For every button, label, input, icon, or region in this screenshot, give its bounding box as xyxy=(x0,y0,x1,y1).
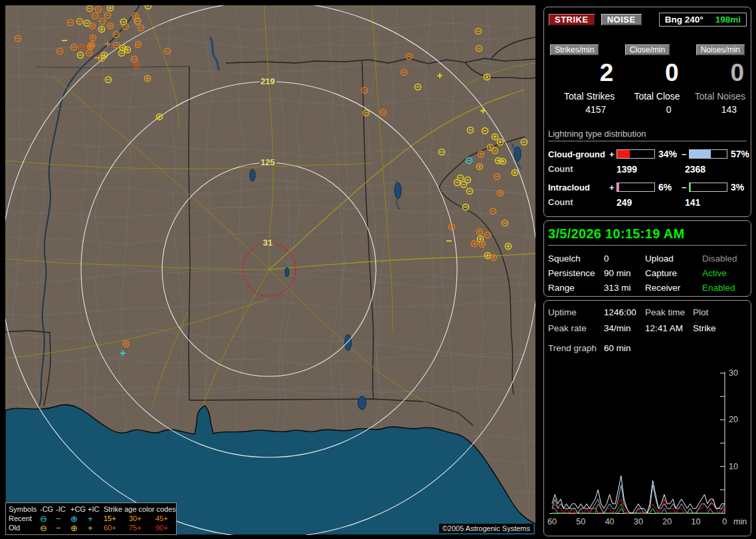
legend-age-header: Strike age color codes xyxy=(104,504,178,514)
noises-per-min-value: 0 xyxy=(730,60,745,85)
persistence-label: Persistence xyxy=(548,268,604,278)
upload-label: Upload xyxy=(645,254,702,264)
receiver-status: Enabled xyxy=(702,283,747,293)
cg-plus-old-icon: ⊕ xyxy=(70,524,88,532)
ring-label: 125 xyxy=(260,157,275,167)
stats-grid: Uptime 1246:00 Peak time Plot Peak rate … xyxy=(548,307,747,333)
close-per-min-value: 0 xyxy=(665,60,680,85)
ic-minus-pct: 3% xyxy=(727,182,747,193)
x-tick-label: 50 xyxy=(576,517,585,526)
noises-counter: Noises/min 0 Total Noises 143 xyxy=(680,44,745,115)
total-noises-label: Total Noises xyxy=(695,91,745,102)
rate-counters: Strikes/min 2 Total Strikes 4157 Close/m… xyxy=(548,44,747,115)
age-code-75: 75+ xyxy=(129,523,155,532)
peak-time-label: Peak time xyxy=(645,307,693,317)
ring-label: 31 xyxy=(263,238,272,248)
cloud-ground-row: Cloud-ground + 34% − 57% xyxy=(548,149,747,159)
uptime-label: Uptime xyxy=(548,307,604,317)
upload-status: Disabled xyxy=(702,254,747,264)
legend-header-cg-minus: -CG xyxy=(40,504,56,514)
x-tick-label: 20 xyxy=(662,517,672,526)
bearing-value: Bng 240° xyxy=(665,15,704,25)
noises-per-min-button[interactable]: Noises/min xyxy=(696,44,745,56)
ic-plus-pct: 6% xyxy=(655,182,682,193)
peak-rate-value: 34/min xyxy=(604,323,645,333)
strike-button[interactable]: STRIKE xyxy=(548,13,595,26)
total-strikes-value: 4157 xyxy=(585,104,614,115)
age-code-15: 15+ xyxy=(104,514,129,523)
ic-minus-bar xyxy=(689,183,727,192)
x-tick-label: 10 xyxy=(692,517,701,526)
ic-minus-count: 141 xyxy=(685,197,747,208)
x-axis-unit: min xyxy=(733,517,747,526)
x-tick-label: 60 xyxy=(547,517,557,526)
copyright: ©2005 Astrogenic Systems xyxy=(439,524,533,533)
ring-label: 313 xyxy=(260,5,275,6)
x-tick-label: 40 xyxy=(605,517,614,526)
total-strikes-label: Total Strikes xyxy=(564,91,614,102)
date-time: 3/5/2026 10:15:19 AM xyxy=(548,226,747,246)
strikes-per-min-button[interactable]: Strikes/min xyxy=(549,44,599,56)
cg-minus-bar xyxy=(689,149,727,159)
trend-series xyxy=(552,476,725,513)
trend-graph-label: Trend graph xyxy=(548,343,604,353)
side-panel: STRIKE NOISE Bng 240° 198mi Strikes/min … xyxy=(543,0,751,539)
age-code-30: 30+ xyxy=(129,514,155,523)
strike-stats-box: STRIKE NOISE Bng 240° 198mi Strikes/min … xyxy=(543,7,751,217)
strikes-counter: Strikes/min 2 Total Strikes 4157 xyxy=(549,44,614,115)
peak-rate-label: Peak rate xyxy=(548,323,604,333)
squelch-label: Squelch xyxy=(548,254,604,264)
squelch-value: 0 xyxy=(604,254,645,264)
x-tick-label: 30 xyxy=(634,517,643,526)
cg-plus-bar xyxy=(616,149,655,159)
x-tick-label: 0 xyxy=(722,517,727,526)
cloud-ground-count-row: Count 1399 2368 xyxy=(548,164,747,175)
close-per-min-button[interactable]: Close/min xyxy=(624,44,670,56)
ic-plus-recent-icon: + xyxy=(88,514,104,523)
total-close-value: 0 xyxy=(666,104,680,115)
legend-header-ic-minus: -IC xyxy=(56,504,70,514)
capture-label: Capture xyxy=(645,268,702,278)
trend-series xyxy=(552,499,725,513)
cg-minus-old-icon: ⊖ xyxy=(40,524,56,532)
intracloud-label: Intracloud xyxy=(548,183,609,193)
map-canvas[interactable]: 31321912531 xyxy=(5,5,535,535)
close-counter: Close/min 0 Total Close 0 xyxy=(614,44,680,115)
settings-grid: Squelch 0 Upload Disabled Persistence 90… xyxy=(548,254,747,293)
legend-row-recent-label: Recent xyxy=(9,514,40,523)
cg-minus-pct: 57% xyxy=(727,149,749,159)
ic-plus-old-icon: + xyxy=(88,524,104,532)
cg-plus-count: 1399 xyxy=(616,164,685,175)
cg-minus-recent-icon: ⊖ xyxy=(40,514,56,523)
count-label: Count xyxy=(548,197,616,208)
legend-header-cg-plus: +CG xyxy=(70,504,88,514)
ic-plus-bar xyxy=(616,183,655,192)
bearing-distance: 198mi xyxy=(715,15,741,25)
y-tick-label: 10 xyxy=(729,462,738,471)
ic-minus-recent-icon: − xyxy=(56,514,70,523)
uptime-value: 1246:00 xyxy=(604,307,645,317)
intracloud-row: Intracloud + 6% − 3% xyxy=(548,182,747,193)
total-close-label: Total Close xyxy=(634,91,680,102)
plot-label: Plot xyxy=(693,307,747,317)
persistence-value: 90 min xyxy=(604,268,645,278)
strikes-per-min-value: 2 xyxy=(600,60,615,85)
legend-header-ic-plus: +IC xyxy=(88,504,104,514)
plus-sign: + xyxy=(609,183,616,193)
minus-sign: − xyxy=(682,149,689,159)
peak-time-value: 12:41 AM xyxy=(645,323,693,333)
total-noises-value: 143 xyxy=(721,104,745,115)
y-tick-label: 20 xyxy=(729,415,738,424)
count-label: Count xyxy=(548,164,616,175)
map-panel[interactable]: 31321912531 Symbols -CG -IC +CG +IC Stri… xyxy=(5,5,535,535)
bearing-display: Bng 240° 198mi xyxy=(659,13,747,27)
age-code-90: 90+ xyxy=(155,523,178,532)
distribution-title: Lightning type distribution xyxy=(548,129,747,141)
y-tick-label: 30 xyxy=(729,368,738,378)
trend-graph-value: 60 min xyxy=(604,343,747,353)
legend-header-symbols: Symbols xyxy=(9,504,40,514)
noise-button[interactable]: NOISE xyxy=(601,13,642,26)
range-label: Range xyxy=(548,283,604,293)
range-value: 313 mi xyxy=(604,283,645,293)
ring-label: 219 xyxy=(260,76,275,86)
